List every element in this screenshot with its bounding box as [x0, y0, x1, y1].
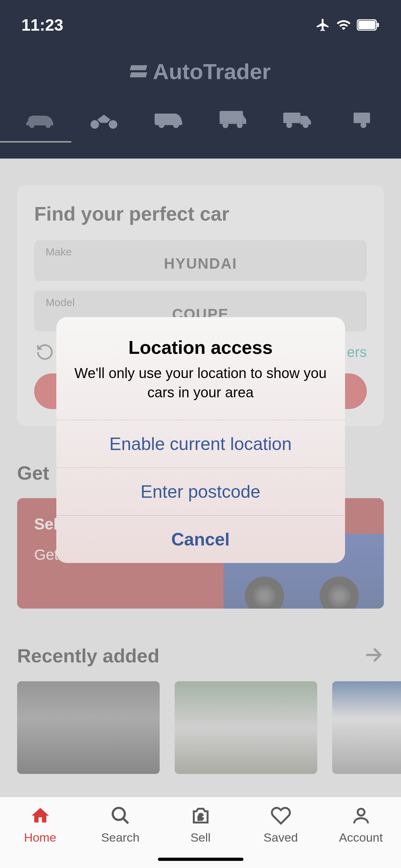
svg-point-10	[303, 122, 309, 128]
tab-sell-label: Sell	[190, 831, 211, 844]
tab-account-label: Account	[339, 831, 383, 844]
svg-rect-8	[283, 113, 300, 123]
vehicle-tab-car[interactable]	[22, 107, 56, 132]
battery-icon	[357, 19, 380, 31]
svg-rect-2	[377, 23, 379, 27]
heart-icon	[271, 805, 291, 826]
search-icon	[110, 805, 131, 826]
enter-postcode-button[interactable]: Enter postcode	[56, 467, 345, 515]
active-tab-indicator	[0, 141, 71, 143]
svg-rect-5	[220, 111, 243, 122]
bottom-tab-bar: Home Search £ Sell Saved Account	[0, 797, 401, 868]
tab-home-label: Home	[24, 831, 56, 844]
svg-point-7	[237, 122, 243, 128]
svg-point-6	[223, 122, 228, 128]
logo: AutoTrader	[130, 59, 271, 84]
svg-point-14	[113, 808, 125, 820]
van-icon	[151, 109, 185, 130]
svg-text:£: £	[198, 812, 203, 822]
svg-point-9	[286, 122, 292, 128]
account-icon	[351, 805, 371, 826]
truck-icon	[280, 109, 314, 130]
home-icon	[30, 805, 51, 826]
vehicle-tab-caravan[interactable]	[345, 107, 379, 132]
tab-home[interactable]: Home	[5, 804, 76, 868]
location-modal: Location access We'll only use your loca…	[56, 317, 345, 563]
svg-line-15	[123, 818, 128, 823]
enable-location-button[interactable]: Enable current location	[56, 420, 345, 467]
tab-search-label: Search	[101, 831, 140, 844]
logo-icon	[130, 65, 146, 77]
caravan-icon	[353, 109, 371, 130]
vehicle-tab-truck[interactable]	[280, 107, 314, 132]
tab-saved[interactable]: Saved	[245, 804, 317, 868]
status-icons	[315, 17, 380, 32]
logo-text: AutoTrader	[153, 59, 271, 84]
vehicle-tab-motorhome[interactable]	[216, 107, 250, 132]
cancel-button[interactable]: Cancel	[56, 515, 345, 563]
svg-point-12	[360, 122, 366, 128]
airplane-mode-icon	[315, 17, 330, 32]
app-header: 11:23 AutoTrader	[0, 0, 401, 159]
svg-point-17	[358, 809, 364, 816]
car-icon	[22, 110, 56, 129]
vehicle-tab-van[interactable]	[151, 107, 185, 132]
motorcycle-icon	[87, 110, 121, 129]
sell-icon: £	[190, 805, 211, 826]
logo-area: AutoTrader	[0, 43, 401, 100]
modal-title: Location access	[71, 337, 331, 358]
wifi-icon	[336, 17, 351, 32]
vehicle-tab-motorcycle[interactable]	[87, 107, 121, 132]
svg-rect-11	[353, 113, 370, 123]
status-bar: 11:23	[0, 0, 401, 36]
vehicle-type-tabs	[0, 100, 401, 143]
modal-header: Location access We'll only use your loca…	[56, 317, 345, 420]
tab-saved-label: Saved	[263, 831, 298, 844]
home-indicator[interactable]	[158, 858, 243, 861]
tab-account[interactable]: Account	[325, 804, 397, 868]
tab-search[interactable]: Search	[85, 804, 156, 868]
svg-point-3	[91, 120, 99, 129]
modal-message: We'll only use your location to show you…	[71, 363, 331, 402]
status-time: 11:23	[21, 15, 63, 35]
motorhome-icon	[216, 108, 250, 130]
svg-point-4	[109, 120, 117, 129]
svg-rect-1	[358, 21, 375, 29]
